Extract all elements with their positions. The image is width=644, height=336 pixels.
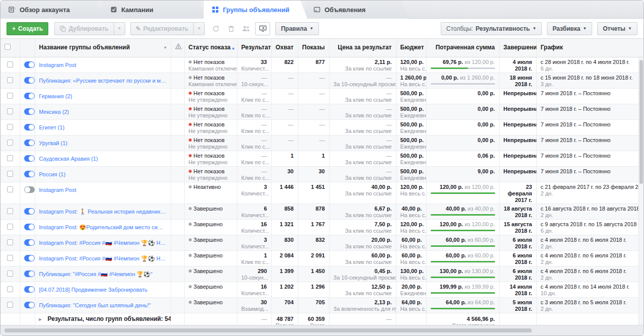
row-checkbox[interactable]	[7, 302, 13, 308]
cpr-sub: За клик по ссылке	[334, 65, 392, 72]
adset-name-link[interactable]: Instagram Post	[39, 187, 167, 193]
status-toggle[interactable]	[24, 93, 35, 99]
row-checkbox[interactable]	[7, 155, 13, 161]
row-checkbox[interactable]	[7, 224, 13, 230]
status-toggle[interactable]	[24, 224, 35, 230]
duplicate-button[interactable]: Дублировать	[54, 22, 114, 35]
spent-value: 64,00 р.	[446, 299, 466, 305]
schedule-column-header[interactable]: График	[536, 39, 644, 57]
results-column-header[interactable]: Результаты	[237, 39, 271, 57]
row-checkbox[interactable]	[7, 61, 13, 68]
status-column-header[interactable]: Статус показа ▴	[184, 39, 237, 57]
row-checkbox[interactable]	[7, 171, 13, 177]
budget-column-header[interactable]: Бюджет	[396, 39, 426, 57]
impressions-column-header[interactable]: Показы	[298, 39, 329, 57]
status-toggle[interactable]	[24, 124, 35, 130]
adset-name-link[interactable]: Instagram Post: 😍Родительский дом место …	[39, 224, 167, 231]
status-toggle[interactable]	[24, 171, 35, 177]
delete-trash-icon[interactable]	[225, 23, 237, 35]
reports-button[interactable]: Отчеты ▼	[597, 22, 637, 35]
cpr-value: 6,67 р.	[334, 206, 392, 212]
row-checkbox[interactable]	[7, 208, 13, 214]
duplicate-caret-button[interactable]: ▼	[114, 22, 125, 35]
cpr-sub: За вовлеченность для пуб...	[334, 306, 392, 312]
tab-account-overview[interactable]: Обзор аккаунта	[1, 1, 104, 19]
row-checkbox[interactable]	[7, 124, 13, 130]
delivery-status-sub: Не утверждено	[189, 97, 233, 103]
row-checkbox[interactable]	[7, 140, 13, 146]
adset-name-link[interactable]: Instagram Post: 🚶 Реальная история недав…	[39, 209, 167, 215]
adset-name-link[interactable]: Саудовская Аравия (1)	[39, 156, 167, 162]
rules-button[interactable]: Правила ▼	[275, 22, 319, 35]
audience-people-icon[interactable]	[240, 23, 252, 35]
status-dot	[189, 76, 192, 79]
refresh-icon[interactable]	[210, 23, 222, 35]
spend-progress	[431, 192, 495, 194]
select-all-checkbox[interactable]	[5, 44, 11, 50]
schedule-range: с 15 июня 2018 г. по 18 июня 2018 г.	[541, 75, 640, 81]
alerts-column-header[interactable]	[171, 39, 184, 57]
status-toggle[interactable]	[24, 302, 35, 308]
spent-column-header[interactable]: Потраченная сумма	[426, 39, 499, 57]
status-toggle[interactable]	[24, 255, 35, 261]
breakdown-button[interactable]: Разбивка ▼	[547, 22, 592, 35]
adset-name-link[interactable]: Instagram Post	[39, 62, 167, 69]
tab-ads[interactable]: Объявления	[305, 1, 409, 19]
adset-name-link[interactable]: Уругвай (1)	[39, 140, 167, 147]
columns-button[interactable]: Столбцы: Результативность ▼	[441, 22, 542, 35]
delivery-status: Нет показов	[194, 75, 225, 81]
end-column-header[interactable]: Завершение	[499, 39, 536, 57]
end-date: 18 августа 2018 г.	[504, 206, 532, 219]
edit-caret-button[interactable]: ▼	[194, 22, 205, 35]
budget-value: 500,00 р.	[400, 168, 422, 175]
status-toggle[interactable]	[24, 286, 35, 293]
adset-name-link[interactable]: Instagram Post: #Россия #🇷🇺 #Чемпион 🏆⚽ …	[39, 240, 167, 246]
create-button[interactable]: + Создать	[7, 22, 48, 35]
expand-arrow-icon[interactable]: ▸	[39, 316, 42, 322]
cpr-column-header[interactable]: Цена за результат	[329, 39, 396, 57]
status-toggle[interactable]	[24, 239, 35, 246]
status-toggle[interactable]	[24, 61, 35, 68]
horizontal-scrollbar-track[interactable]	[1, 325, 643, 335]
row-checkbox[interactable]	[7, 239, 13, 245]
adset-name-link[interactable]: [04.07.2018] Продвижение Забронировать	[39, 287, 167, 293]
row-checkbox[interactable]	[7, 77, 13, 83]
name-column-header[interactable]: Название группы объявлений▾	[35, 39, 171, 57]
preview-export-icon[interactable]	[255, 22, 270, 35]
table-row: Instagram Post Неактивно 3 Количест... 1…	[1, 182, 644, 204]
adset-name-link[interactable]: Instagram Post: #Россия #🇷🇺 #Чемпион 🏆⚽ …	[39, 255, 167, 262]
row-checkbox[interactable]	[7, 255, 13, 261]
status-dot	[189, 285, 192, 288]
adset-name-link[interactable]: Публикация: "#Россия #🇷🇺 #Чемпион 🏆⚽"	[39, 271, 167, 278]
row-checkbox[interactable]	[7, 271, 13, 277]
edit-button[interactable]: ✎ Редактировать	[130, 22, 194, 35]
row-checkbox[interactable]	[7, 93, 13, 99]
status-toggle[interactable]	[24, 208, 35, 215]
tab-campaigns[interactable]: Кампании	[102, 1, 206, 19]
status-toggle[interactable]	[24, 140, 35, 146]
status-toggle[interactable]	[24, 77, 35, 84]
reach-value: 1 321	[276, 221, 294, 228]
status-toggle[interactable]	[24, 155, 35, 162]
spent-of-value: из 120,00 р.	[464, 184, 495, 190]
status-toggle[interactable]	[24, 271, 35, 277]
select-all-header[interactable]	[1, 39, 20, 57]
results-value: 290	[242, 268, 267, 275]
row-checkbox[interactable]	[7, 186, 13, 192]
reach-column-header[interactable]: Охват	[271, 39, 298, 57]
adset-name-link[interactable]: Публикация: «Русские встречают по русски…	[39, 78, 167, 84]
adset-name-link[interactable]: Публикация: "Сегодня был шляпный день!"	[39, 302, 167, 309]
status-toggle[interactable]	[24, 108, 35, 115]
row-checkbox[interactable]	[7, 286, 13, 292]
spent-of-value: из 1 260,00 р.	[460, 75, 495, 81]
vertical-scrollbar-track[interactable]	[638, 57, 643, 325]
adset-name-link[interactable]: Германия (2)	[39, 93, 167, 100]
status-toggle[interactable]	[24, 186, 35, 193]
adset-name-link[interactable]: Мексика (2)	[39, 109, 167, 115]
adset-name-link[interactable]: Россия (1)	[39, 171, 167, 178]
adset-name-link[interactable]: Египет (1)	[39, 124, 167, 131]
horizontal-scrollbar-thumb[interactable]	[5, 328, 532, 332]
vertical-scrollbar-thumb[interactable]	[639, 60, 643, 184]
tab-adsets[interactable]: Группы объявлений	[204, 1, 307, 19]
row-checkbox[interactable]	[7, 108, 13, 114]
